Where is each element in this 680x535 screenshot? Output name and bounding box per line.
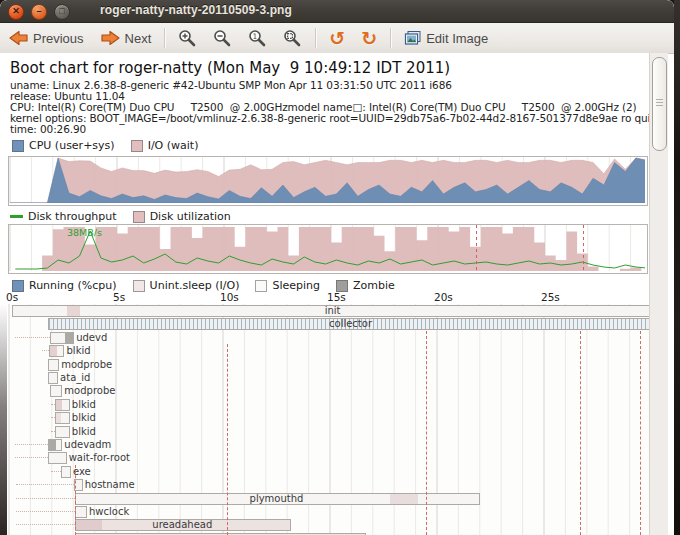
legend-item: CPU (user+sys) — [12, 139, 115, 152]
legend-item: Disk utilization — [133, 210, 231, 223]
legend-item: I/O (wait) — [131, 139, 199, 152]
next-button[interactable]: Next — [93, 27, 159, 49]
tree-connector — [51, 471, 62, 472]
process-label: hostname — [85, 479, 135, 491]
left-edge-shadow — [0, 303, 7, 535]
time-tick-label: 20s — [434, 291, 453, 303]
process-label: modprobe — [64, 385, 115, 397]
process-bar — [75, 506, 87, 518]
process-bar — [50, 385, 63, 397]
process-row: udevadm — [8, 438, 656, 451]
minimize-button[interactable]: – — [31, 4, 47, 20]
process-label: modprobe — [61, 359, 112, 371]
bootchart-kernel-options: kernel options: BOOT_IMAGE=/boot/vmlinuz… — [10, 112, 656, 124]
rotate-left-button[interactable]: ↺ — [322, 27, 352, 49]
tree-connector — [15, 457, 47, 458]
image-viewer-window: ✕ – □ roger-natty-natty-20110509-3.png P… — [0, 0, 674, 535]
process-row: init — [8, 304, 656, 317]
previous-icon — [8, 30, 29, 46]
process-label: blkid — [72, 412, 96, 424]
process-row: blkid — [8, 411, 656, 424]
rotate-right-button[interactable]: ↻ — [354, 27, 384, 49]
previous-label: Previous — [33, 31, 84, 46]
process-bar — [55, 399, 70, 411]
process-label: ata_id — [60, 372, 90, 384]
process-label: blkid — [67, 345, 91, 357]
bootchart-boot-time: time: 00:26.90 — [10, 123, 86, 135]
toolbar-separator — [315, 28, 316, 48]
bootchart-image: Boot chart for roger-natty (Mon May 9 10… — [0, 53, 656, 535]
process-bar-segment — [49, 440, 56, 450]
time-tick-label: 5s — [113, 291, 125, 303]
process-bar-segment — [56, 413, 61, 423]
color-swatch — [12, 280, 24, 292]
tree-connector — [15, 337, 49, 338]
process-row: plymouthd — [8, 492, 656, 505]
process-label: hwclock — [89, 506, 129, 518]
zoom-out-button[interactable] — [206, 26, 239, 50]
process-bar-segment — [65, 333, 74, 343]
process-bar — [48, 452, 67, 464]
legend-label: Disk throughput — [28, 210, 117, 223]
color-swatch — [133, 211, 145, 223]
desktop-edge — [674, 0, 680, 535]
process-bar — [55, 412, 70, 424]
legend-label: Disk utilization — [150, 210, 231, 223]
process-row: ata_id — [8, 371, 656, 384]
zoom-best-fit-icon — [283, 29, 302, 47]
process-row: hwclock — [8, 505, 656, 518]
cpu-chart — [8, 156, 648, 206]
close-button[interactable]: ✕ — [8, 4, 24, 20]
process-label: ureadahead — [75, 519, 289, 531]
process-label: wait-for-root — [69, 452, 130, 464]
process-bar — [48, 359, 59, 371]
rotate-right-icon: ↻ — [361, 30, 377, 46]
process-bar-segment — [56, 400, 62, 410]
svg-text:1: 1 — [253, 32, 258, 41]
desktop-background: ✕ – □ roger-natty-natty-20110509-3.png P… — [0, 0, 680, 535]
process-bar-segment — [50, 346, 57, 356]
toolbar-separator — [164, 28, 165, 48]
process-bar — [61, 466, 70, 478]
zoom-out-icon — [213, 29, 232, 47]
color-swatch — [255, 280, 267, 292]
color-swatch — [12, 140, 24, 152]
vertical-scrollbar[interactable] — [649, 53, 668, 535]
scrollbar-thumb[interactable] — [652, 57, 667, 151]
process-row: blkid — [8, 344, 656, 357]
bootchart-title: Boot chart for roger-natty (Mon May 9 10… — [10, 59, 450, 77]
process-label: udevd — [76, 332, 107, 344]
tree-connector — [42, 350, 49, 351]
maximize-button[interactable]: □ — [54, 4, 70, 20]
process-row: blkid — [8, 398, 656, 411]
line-swatch — [10, 215, 23, 218]
disk-legend: Disk throughputDisk utilization — [10, 210, 247, 223]
edit-image-label: Edit Image — [426, 31, 488, 46]
svg-text:38MB/s: 38MB/s — [67, 227, 102, 238]
process-row: wait-for-root — [8, 451, 656, 464]
toolbar-separator — [390, 28, 391, 48]
process-label: plymouthd — [75, 493, 477, 505]
process-row: blkid — [8, 425, 656, 438]
process-row: ureadahead — [8, 518, 656, 531]
image-canvas[interactable]: Boot chart for roger-natty (Mon May 9 10… — [0, 53, 656, 535]
zoom-best-fit-button[interactable] — [276, 26, 309, 50]
previous-button[interactable]: Previous — [1, 27, 91, 49]
legend-item: Disk throughput — [10, 210, 117, 223]
time-marker — [580, 331, 581, 535]
zoom-in-button[interactable] — [171, 26, 204, 50]
process-label: blkid — [72, 399, 96, 411]
titlebar[interactable]: ✕ – □ roger-natty-natty-20110509-3.png — [0, 0, 674, 23]
color-swatch — [133, 280, 145, 292]
edit-image-button[interactable]: Edit Image — [397, 27, 495, 50]
process-bar — [55, 426, 70, 438]
disk-chart: 38MB/s — [8, 224, 648, 274]
process-bar — [48, 372, 58, 384]
tree-connector — [16, 484, 74, 485]
toolbar: Previous Next 1 ↺ ↻ — [0, 23, 674, 54]
process-tree-chart: initcollectorudevdblkidmodprobeata_idmod… — [8, 304, 656, 535]
time-axis: 0s5s10s15s20s25s — [0, 291, 656, 303]
process-label: udevadm — [64, 439, 111, 451]
zoom-normal-button[interactable]: 1 — [241, 26, 274, 50]
process-row: modprobe — [8, 384, 656, 397]
